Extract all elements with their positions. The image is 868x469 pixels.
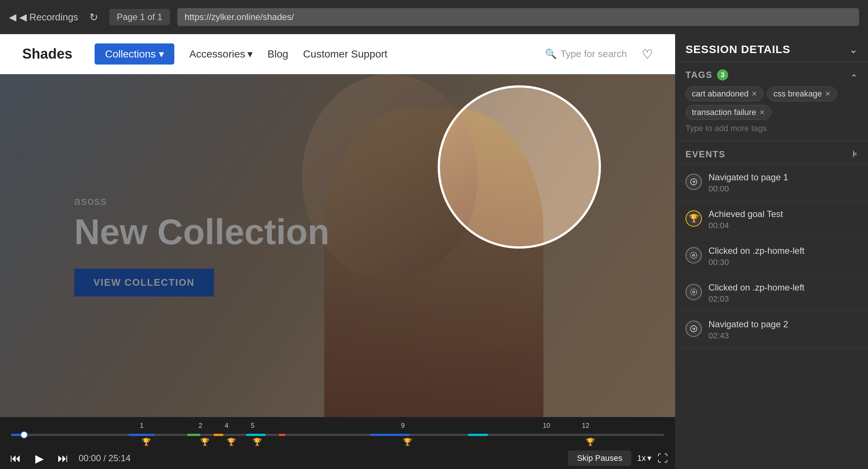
marker-1: 1 [140, 422, 144, 430]
segment-green-1 [187, 434, 200, 436]
marker-9: 9 [401, 422, 405, 430]
collections-label: Collections [105, 48, 156, 60]
fullscreen-button[interactable]: ⛶ [657, 452, 668, 465]
time-display: 00:00 / 25:14 [79, 453, 131, 463]
events-label: EVENTS [685, 149, 726, 160]
tags-count-badge: 3 [717, 69, 728, 81]
tag-transaction-failure[interactable]: transaction failure ✕ [685, 105, 771, 120]
segment-blue-1 [129, 434, 155, 436]
event-item-click-1[interactable]: Clicked on .zp-home-left 00:30 [675, 238, 868, 275]
tag-label: cart abandoned [692, 89, 749, 99]
search-bar[interactable]: 🔍 Type for search [545, 48, 627, 60]
main-area: Shades Collections ▾ Accessories ▾ Blog … [0, 34, 868, 469]
speed-button[interactable]: 1x ▾ [637, 453, 651, 463]
total-time: 25:14 [108, 453, 131, 463]
event-item-trophy-1[interactable]: 🏆 Achieved goal Test 00:04 [675, 201, 868, 238]
site-nav: Shades Collections ▾ Accessories ▾ Blog … [0, 34, 675, 74]
event-nav-icon [685, 174, 702, 190]
trophy-marker-4: 🏆 [253, 437, 262, 446]
nav-collections-button[interactable]: Collections ▾ [95, 43, 174, 65]
tag-input[interactable] [685, 124, 788, 133]
event-time: 02:03 [708, 294, 858, 304]
svg-point-3 [693, 255, 695, 256]
tag-css-breakage[interactable]: css breakage ✕ [767, 86, 837, 101]
page-indicator: Page 1 of 1 [109, 9, 170, 25]
event-click-icon [685, 247, 702, 263]
skip-pauses-button[interactable]: Skip Pauses [568, 450, 631, 466]
segment-teal-2 [468, 434, 488, 436]
segment-red-1 [279, 434, 286, 436]
trophy-marker-6: 🏆 [586, 437, 595, 446]
tag-label: css breakage [773, 89, 822, 99]
event-item-nav-2[interactable]: Navigated to page 2 02:43 [675, 312, 868, 348]
tags-section: TAGS 3 ⌃ cart abandoned ✕ css breakage ✕… [675, 62, 868, 141]
wishlist-heart-icon[interactable]: ♡ [642, 47, 653, 62]
event-time: 00:04 [708, 221, 858, 230]
panel-title: SESSION DETAILS [685, 43, 790, 56]
trophy-marker-5: 🏆 [403, 437, 412, 446]
accessories-chevron-icon: ▾ [247, 48, 253, 60]
marker-5: 5 [251, 422, 254, 430]
back-button[interactable]: ◀ ◀ Recordings [9, 12, 78, 23]
event-name: Achieved goal Test [708, 209, 858, 219]
playback-controls: ⏮ ▶ ⏭ 00:00 / 25:14 Skip Pauses 1x ▾ ⛶ [7, 448, 668, 469]
tag-remove-icon[interactable]: ✕ [752, 90, 757, 98]
nav-blog[interactable]: Blog [267, 48, 288, 60]
search-icon: 🔍 [545, 48, 557, 60]
speed-chevron-icon: ▾ [647, 453, 651, 463]
site-logo: Shades [22, 46, 72, 62]
svg-point-2 [691, 252, 697, 259]
chevron-down-icon: ▾ [159, 48, 164, 60]
events-filter-icon[interactable]: ⊧ [852, 148, 858, 160]
tags-toggle-button[interactable]: ⌃ [850, 73, 858, 83]
event-time: 02:43 [708, 331, 858, 341]
prev-button[interactable]: ⏮ [7, 452, 24, 465]
tag-remove-icon[interactable]: ✕ [759, 108, 765, 117]
panel-collapse-button[interactable]: ⌄ [849, 43, 858, 56]
tag-cart-abandoned[interactable]: cart abandoned ✕ [685, 86, 763, 101]
playback-bar: 1 2 4 5 9 10 12 🏆 🏆 🏆 🏆 🏆 🏆 [0, 417, 675, 469]
hero-content: asoss New Collection VIEW COLLECTION [74, 195, 329, 296]
marker-4: 4 [225, 422, 228, 430]
browser-bar: ◀ ◀ Recordings ↻ Page 1 of 1 https://zyl… [0, 0, 868, 34]
event-time: 00:00 [708, 184, 858, 194]
event-name: Navigated to page 2 [708, 319, 858, 329]
timeline-thumb[interactable] [20, 431, 28, 439]
next-button[interactable]: ⏭ [55, 452, 71, 465]
trophy-marker-2: 🏆 [200, 437, 210, 446]
nav-customer-support[interactable]: Customer Support [303, 48, 387, 60]
event-item-click-2[interactable]: Clicked on .zp-home-left 02:03 [675, 275, 868, 312]
hero-title: New Collection [74, 213, 329, 251]
url-bar[interactable]: https://zylker.online/shades/ [177, 8, 859, 26]
nav-accessories[interactable]: Accessories ▾ [189, 48, 253, 60]
back-label: ◀ Recordings [19, 12, 78, 23]
event-body: Clicked on .zp-home-left 00:30 [708, 246, 858, 267]
event-name: Navigated to page 1 [708, 172, 858, 183]
event-click-icon-2 [685, 284, 702, 300]
event-item-nav-1[interactable]: Navigated to page 1 00:00 [675, 165, 868, 201]
event-body: Clicked on .zp-home-left 02:03 [708, 282, 858, 304]
tags-header: TAGS 3 [685, 69, 728, 81]
marker-10: 10 [543, 422, 550, 430]
playback-right-controls: Skip Pauses 1x ▾ ⛶ [568, 450, 668, 466]
events-section: EVENTS ⊧ Navigated to page 1 00:00 🏆 [675, 141, 868, 469]
play-button[interactable]: ▶ [31, 452, 47, 465]
marker-2: 2 [198, 422, 202, 430]
search-placeholder: Type for search [560, 48, 627, 60]
timeline[interactable]: 1 2 4 5 9 10 12 🏆 🏆 🏆 🏆 🏆 🏆 [7, 422, 668, 448]
segment-blue-2 [370, 434, 410, 436]
current-time: 00:00 [79, 453, 101, 463]
view-collection-button[interactable]: VIEW COLLECTION [74, 269, 214, 296]
event-time: 00:30 [708, 258, 858, 267]
event-trophy-icon: 🏆 [685, 210, 702, 227]
tags-section-header: TAGS 3 ⌃ [685, 69, 858, 86]
hero-subtitle: asoss [74, 195, 329, 207]
svg-point-4 [691, 289, 697, 295]
tags-label: TAGS [685, 70, 713, 80]
event-name: Clicked on .zp-home-left [708, 246, 858, 256]
marker-12: 12 [582, 422, 589, 430]
tag-remove-icon[interactable]: ✕ [825, 90, 831, 98]
reload-button[interactable]: ↻ [86, 11, 102, 23]
trophy-marker-3: 🏆 [227, 437, 236, 446]
timeline-track[interactable]: 1 2 4 5 9 10 12 🏆 🏆 🏆 🏆 🏆 🏆 [11, 434, 664, 436]
